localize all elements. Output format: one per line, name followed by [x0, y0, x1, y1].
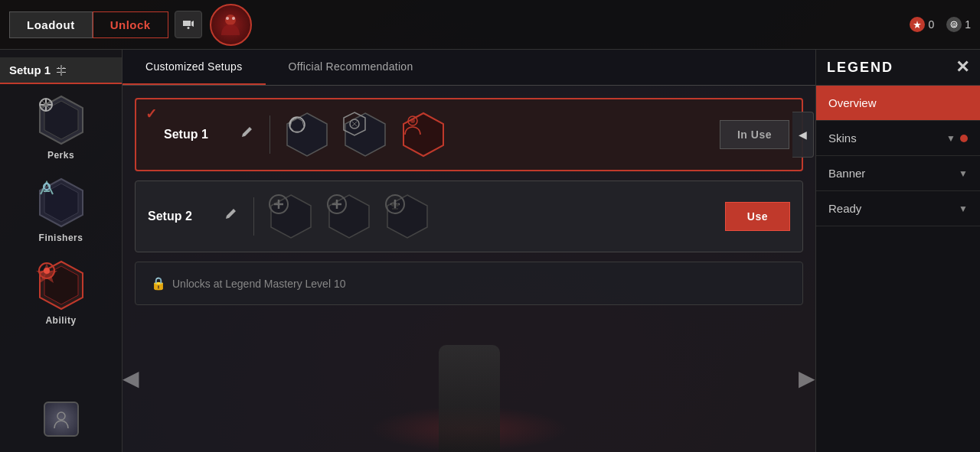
overview-label: Overview — [828, 96, 877, 109]
svg-point-20 — [289, 117, 305, 132]
main-layout: Setup 1 — [0, 50, 980, 452]
svg-point-0 — [187, 27, 189, 29]
ready-label: Ready — [828, 202, 861, 215]
setup1-perks — [283, 110, 707, 159]
center-content: ◀ ▶ Customized Setups Official Recommend… — [122, 50, 815, 452]
sidebar-item-ability[interactable]: Ability — [11, 252, 111, 332]
ability-label: Ability — [45, 315, 76, 326]
legend-title: LEGEND — [827, 60, 893, 76]
character-portrait[interactable] — [210, 4, 252, 46]
svg-rect-6 — [60, 65, 62, 76]
setup2-perks — [266, 192, 713, 241]
perks-label: Perks — [47, 150, 74, 161]
perk4-icon[interactable] — [266, 192, 315, 241]
ready-arrow: ▼ — [959, 203, 968, 214]
active-checkmark: ✓ — [145, 106, 157, 122]
setup-row-1: ✓ Setup 1 — [135, 98, 803, 171]
svg-point-2 — [226, 17, 229, 20]
setup2-use-btn[interactable]: Use — [725, 202, 790, 231]
level-stat: ⚙ 1 — [946, 17, 971, 32]
perk3-icon[interactable] — [399, 110, 448, 159]
locked-setup-row: 🔒 Unlocks at Legend Mastery Level 10 — [135, 262, 803, 305]
setup-row-2: Setup 2 — [135, 180, 803, 252]
setup1-edit-btn[interactable] — [237, 123, 257, 146]
perk6-icon[interactable] — [383, 192, 432, 241]
top-stats: 0 ⚙ 1 — [910, 17, 971, 32]
video-icon-btn[interactable] — [175, 11, 202, 38]
banner-arrow: ▼ — [959, 168, 968, 179]
svg-point-34 — [396, 203, 399, 206]
skins-arrow: ▼ — [946, 133, 968, 144]
tab-official[interactable]: Official Recommendation — [266, 50, 436, 85]
finishers-label: Finishers — [39, 233, 83, 243]
locked-text: Unlocks at Legend Mastery Level 10 — [172, 278, 345, 290]
sidebar-bottom — [36, 394, 87, 444]
ready-chevron: ▼ — [959, 203, 968, 214]
perk5-icon[interactable] — [325, 192, 374, 241]
collapse-arrow[interactable]: ◀ — [792, 112, 814, 158]
level-count: 1 — [965, 18, 971, 31]
perks-hex-icon — [34, 93, 88, 147]
left-sidebar: Setup 1 — [0, 50, 122, 452]
legend-header: LEGEND ✕ — [816, 50, 980, 86]
top-bar: Loadout Unlock 0 ⚙ — [0, 0, 980, 50]
tab-customized[interactable]: Customized Setups — [122, 50, 266, 85]
kills-count: 0 — [928, 18, 934, 31]
legend-nav-ready[interactable]: Ready ▼ — [816, 191, 980, 226]
sidebar-item-finishers[interactable]: Finishers — [11, 170, 111, 249]
skins-label: Skins — [828, 132, 857, 145]
ability-hex-icon — [34, 259, 88, 312]
level-icon: ⚙ — [946, 17, 962, 32]
svg-point-17 — [44, 268, 50, 274]
svg-text:⚙: ⚙ — [952, 22, 956, 28]
svg-point-1 — [225, 15, 236, 25]
setup-header: Setup 1 — [0, 57, 122, 84]
skins-chevron: ▼ — [946, 133, 956, 144]
finishers-hex-icon — [34, 176, 88, 229]
lock-icon: 🔒 — [151, 276, 166, 291]
portrait-btn[interactable] — [44, 402, 79, 437]
loadout-tab[interactable]: Loadout — [9, 11, 93, 38]
divider1 — [270, 115, 270, 154]
setup1-in-use-btn[interactable]: In Use — [720, 120, 789, 149]
content-tabs: Customized Setups Official Recommendatio… — [122, 50, 815, 86]
unlock-tab[interactable]: Unlock — [93, 11, 168, 38]
perk2-icon[interactable] — [341, 110, 390, 159]
legend-nav-skins[interactable]: Skins ▼ — [816, 121, 980, 156]
svg-point-26 — [410, 119, 415, 123]
svg-point-18 — [57, 412, 65, 420]
setup2-edit-btn[interactable] — [221, 205, 241, 228]
svg-point-3 — [232, 17, 235, 20]
svg-point-33 — [391, 203, 394, 206]
legend-close-btn[interactable]: ✕ — [956, 57, 969, 77]
right-panel: LEGEND ✕ Overview Skins ▼ Banner ▼ Ready… — [815, 50, 980, 452]
kills-stat: 0 — [910, 17, 934, 32]
sidebar-item-perks[interactable]: Perks — [11, 87, 111, 167]
legend-nav-overview[interactable]: Overview — [816, 86, 980, 121]
banner-chevron: ▼ — [959, 168, 968, 179]
kills-icon — [910, 17, 925, 32]
setup2-name: Setup 2 — [148, 210, 209, 223]
setup-header-label: Setup 1 — [9, 63, 51, 76]
banner-label: Banner — [828, 167, 865, 180]
setup1-name: Setup 1 — [164, 128, 225, 141]
skins-red-dot — [960, 135, 968, 142]
divider2 — [253, 197, 254, 236]
legend-nav-banner[interactable]: Banner ▼ — [816, 156, 980, 191]
setups-area: ✓ Setup 1 — [122, 86, 815, 452]
perk1-icon[interactable] — [283, 110, 332, 159]
